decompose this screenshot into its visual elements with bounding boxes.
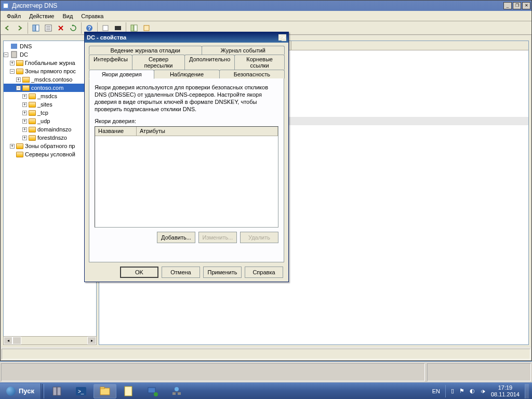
- cancel-button[interactable]: Отмена: [162, 267, 200, 278]
- anchors-label: Якори доверия:: [95, 118, 278, 124]
- folder-icon: [16, 152, 23, 157]
- dc-properties-dialog: DC - свойства ? ✕ Ведение журнала отладк…: [84, 32, 289, 282]
- tab-debug-log[interactable]: Ведение журнала отладки: [89, 46, 202, 55]
- collapse-icon[interactable]: −: [4, 52, 8, 57]
- tab-interfaces[interactable]: Интерфейсы: [89, 55, 132, 70]
- scroll-left-button[interactable]: ◂: [4, 337, 12, 344]
- svg-rect-15: [11, 44, 17, 49]
- delete-button[interactable]: [55, 22, 66, 34]
- tab-monitoring[interactable]: Наблюдение: [154, 70, 219, 78]
- expand-icon[interactable]: +: [22, 102, 27, 107]
- expand-icon[interactable]: +: [22, 119, 27, 124]
- expand-icon[interactable]: +: [10, 61, 15, 65]
- task-notepad[interactable]: [117, 384, 140, 398]
- start-button[interactable]: Пуск: [0, 383, 41, 399]
- tray-action-icon[interactable]: ◐: [470, 388, 475, 394]
- tree-reverse-zones[interactable]: +Зоны обратного пр: [4, 142, 96, 150]
- add-button[interactable]: Добавить...: [157, 232, 195, 243]
- svg-rect-14: [144, 25, 149, 31]
- tab-event-log[interactable]: Журнал событий: [202, 46, 285, 55]
- tree: DNS −DC +Глобальные журна −Зоны прямого …: [4, 41, 96, 159]
- task-network[interactable]: [141, 384, 164, 398]
- clock[interactable]: 17:19 08.11.2014: [491, 384, 520, 398]
- tree-msdcs-zone[interactable]: +_msdcs.contoso: [4, 75, 96, 84]
- tree-root[interactable]: DNS: [4, 42, 96, 50]
- properties-button[interactable]: [43, 22, 54, 34]
- description-text: Якори доверия используются для проверки …: [95, 84, 278, 113]
- tree-udp-folder[interactable]: +_udp: [4, 117, 96, 125]
- tree-forward-zones[interactable]: −Зоны прямого прос: [4, 67, 96, 75]
- window-title: Диспетчер DNS: [12, 2, 502, 9]
- tree-sites-folder[interactable]: +_sites: [4, 100, 96, 109]
- menu-view[interactable]: Вид: [58, 12, 77, 20]
- titlebar[interactable]: Диспетчер DNS _ ❐ ✕: [1, 1, 531, 11]
- folder-icon: [29, 94, 36, 99]
- folder-icon: [29, 135, 36, 141]
- collapse-icon[interactable]: −: [16, 86, 21, 90]
- menu-action[interactable]: Действие: [25, 12, 58, 20]
- tab-trust-anchors[interactable]: Якори доверия: [89, 70, 154, 79]
- scroll-thumb[interactable]: [12, 337, 21, 344]
- svg-rect-28: [178, 392, 181, 395]
- tray-flag2-icon[interactable]: ⚑: [459, 388, 464, 394]
- expand-icon[interactable]: +: [22, 111, 27, 115]
- maximize-button[interactable]: ❐: [513, 2, 521, 9]
- tree-contoso-zone[interactable]: −contoso.com: [4, 84, 96, 92]
- tab-advanced[interactable]: Дополнительно: [184, 55, 235, 70]
- anchors-listbox[interactable]: Название Атрибуты: [95, 126, 278, 228]
- task-server-manager[interactable]: [46, 384, 69, 398]
- tree-tcp-folder[interactable]: +_tcp: [4, 109, 96, 117]
- task-dns-manager[interactable]: [165, 384, 188, 398]
- scroll-right-button[interactable]: ▸: [87, 337, 96, 344]
- close-button[interactable]: ✕: [282, 34, 286, 41]
- language-indicator[interactable]: EN: [432, 388, 440, 394]
- task-powershell[interactable]: >_: [70, 384, 92, 398]
- tree-conditional-fwd[interactable]: Серверы условной: [4, 150, 96, 158]
- horizontal-scrollbar[interactable]: ◂ ▸: [3, 336, 97, 345]
- show-hide-button[interactable]: [30, 22, 42, 34]
- tab-root-hints[interactable]: Корневые ссылки: [234, 55, 285, 70]
- ok-button[interactable]: OK: [120, 267, 158, 278]
- help-button[interactable]: Справка: [245, 267, 283, 278]
- zone-icon: [22, 77, 30, 83]
- expand-icon[interactable]: +: [22, 94, 27, 99]
- svg-rect-11: [115, 26, 121, 30]
- menu-file[interactable]: Файл: [3, 12, 25, 20]
- separator: [42, 384, 44, 398]
- system-tray: EN ▯ ⚑ ◐ 🕩 17:19 08.11.2014: [429, 383, 532, 399]
- tab-security[interactable]: Безопасность: [219, 70, 285, 78]
- dialog-titlebar[interactable]: DC - свойства ? ✕: [85, 32, 288, 43]
- show-desktop-button[interactable]: [525, 384, 529, 398]
- tree-forestdns-folder[interactable]: +forestdnszo: [4, 134, 96, 142]
- tray-flag-icon[interactable]: ▯: [451, 388, 454, 394]
- tree-global-logs[interactable]: +Глобальные журна: [4, 59, 96, 67]
- expand-icon[interactable]: +: [16, 77, 21, 82]
- svg-rect-22: [100, 387, 104, 389]
- tree-dc[interactable]: −DC: [4, 50, 96, 59]
- task-explorer[interactable]: [94, 384, 116, 398]
- svg-rect-21: [100, 388, 110, 395]
- tree-pane[interactable]: DNS −DC +Глобальные журна −Зоны прямого …: [3, 41, 97, 345]
- tab-forwarders[interactable]: Сервер пересылки: [132, 55, 185, 70]
- close-button[interactable]: ✕: [522, 2, 530, 9]
- expand-icon[interactable]: +: [22, 127, 27, 132]
- col-name[interactable]: Название: [95, 127, 137, 136]
- expand-icon[interactable]: +: [10, 144, 15, 149]
- tray-sound-icon[interactable]: 🕩: [480, 388, 486, 394]
- collapse-icon[interactable]: −: [10, 69, 15, 74]
- start-label: Пуск: [19, 387, 34, 395]
- apply-button[interactable]: Применить: [203, 267, 242, 278]
- menu-help[interactable]: Справка: [77, 12, 108, 20]
- back-button[interactable]: [2, 22, 13, 34]
- forward-button[interactable]: [14, 22, 25, 34]
- minimize-button[interactable]: _: [503, 2, 512, 9]
- folder-icon: [16, 143, 23, 149]
- refresh-button[interactable]: [68, 22, 79, 34]
- tree-domaindns-folder[interactable]: +domaindnszo: [4, 125, 96, 134]
- tree-msdcs-folder[interactable]: +_msdcs: [4, 92, 96, 100]
- col-attributes[interactable]: Атрибуты: [137, 127, 278, 136]
- expand-icon[interactable]: +: [22, 136, 27, 140]
- folder-icon: [16, 60, 23, 66]
- tab-content: Якори доверия используются для проверки …: [89, 78, 284, 262]
- separator: [81, 22, 82, 34]
